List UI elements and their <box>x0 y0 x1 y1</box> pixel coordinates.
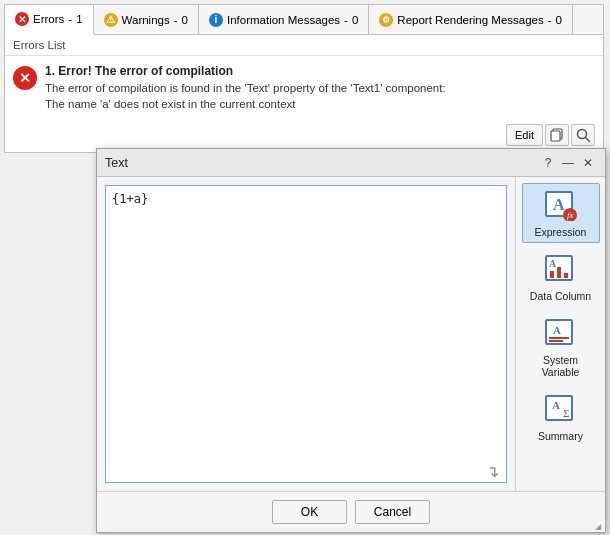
tab-warnings-separator: - <box>174 14 178 26</box>
svg-text:A: A <box>553 196 565 213</box>
tab-errors-label: Errors <box>33 13 64 25</box>
error-icon: ✕ <box>15 12 29 26</box>
close-button[interactable]: ✕ <box>579 154 597 172</box>
search-button[interactable] <box>571 124 595 146</box>
tab-info-separator: - <box>344 14 348 26</box>
system-variable-icon: A <box>543 316 579 352</box>
svg-text:A: A <box>549 258 557 269</box>
cancel-button[interactable]: Cancel <box>355 500 430 524</box>
dialog-footer: OK Cancel <box>97 491 605 532</box>
tab-info-label: Information Messages <box>227 14 340 26</box>
errors-panel: ✕ Errors - 1 ⚠ Warnings - 0 i Informatio… <box>4 4 604 153</box>
svg-rect-1 <box>551 131 560 141</box>
help-button[interactable]: ? <box>539 154 557 172</box>
error-item: ✕ 1. Error! The error of compilation The… <box>5 56 603 120</box>
text-area-panel: {1+a} ↴ <box>97 177 515 491</box>
svg-text:Σ: Σ <box>563 407 569 419</box>
data-column-icon: A <box>543 252 579 288</box>
minimize-button[interactable]: — <box>559 154 577 172</box>
svg-rect-15 <box>549 337 569 339</box>
edit-button[interactable]: Edit <box>506 124 543 146</box>
dialog-title: Text <box>105 156 128 170</box>
text-dialog: Text ? — ✕ {1+a} ↴ A fx <box>96 148 606 533</box>
error-line1: The error of compilation is found in the… <box>45 80 595 96</box>
svg-text:A: A <box>553 324 561 336</box>
expand-icon[interactable]: ↴ <box>486 462 502 478</box>
svg-rect-11 <box>557 267 561 278</box>
copy-button[interactable] <box>545 124 569 146</box>
tab-warnings-label: Warnings <box>122 14 170 26</box>
tab-bar: ✕ Errors - 1 ⚠ Warnings - 0 i Informatio… <box>5 5 603 35</box>
error-line2: The name 'a' does not exist in the curre… <box>45 96 595 112</box>
text-editor[interactable]: {1+a} ↴ <box>105 185 507 483</box>
error-content: 1. Error! The error of compilation The e… <box>45 64 595 112</box>
tab-info-count: 0 <box>352 14 358 26</box>
system-variable-label: System Variable <box>527 354 595 378</box>
error-title: 1. Error! The error of compilation <box>45 64 595 78</box>
expression-icon: A fx <box>543 188 579 224</box>
dialog-controls: ? — ✕ <box>539 154 597 172</box>
tab-errors-separator: - <box>68 13 72 25</box>
sidebar-item-expression[interactable]: A fx Expression <box>522 183 600 243</box>
sidebar-item-system-variable[interactable]: A System Variable <box>522 311 600 383</box>
svg-line-3 <box>585 137 589 141</box>
text-input[interactable]: {1+a} <box>106 186 506 482</box>
svg-rect-12 <box>564 273 568 278</box>
report-icon: ⚙ <box>379 13 393 27</box>
ok-button[interactable]: OK <box>272 500 347 524</box>
svg-rect-16 <box>549 340 563 342</box>
svg-text:A: A <box>552 399 560 411</box>
tab-errors[interactable]: ✕ Errors - 1 <box>5 5 94 35</box>
data-column-label: Data Column <box>530 290 591 302</box>
tab-report-count: 0 <box>556 14 562 26</box>
tab-info[interactable]: i Information Messages - 0 <box>199 5 369 34</box>
svg-text:fx: fx <box>567 210 574 220</box>
tab-report-separator: - <box>548 14 552 26</box>
tab-report[interactable]: ⚙ Report Rendering Messages - 0 <box>369 5 573 34</box>
expression-label: Expression <box>535 226 587 238</box>
info-icon: i <box>209 13 223 27</box>
resize-handle[interactable]: ◢ <box>595 522 605 532</box>
summary-label: Summary <box>538 430 583 442</box>
summary-icon: A Σ <box>543 392 579 428</box>
svg-rect-10 <box>550 271 554 278</box>
tab-warnings-count: 0 <box>182 14 188 26</box>
dialog-titlebar: Text ? — ✕ <box>97 149 605 177</box>
tab-errors-count: 1 <box>76 13 82 25</box>
errors-list-header: Errors List <box>5 35 603 56</box>
warning-icon: ⚠ <box>104 13 118 27</box>
sidebar-item-data-column[interactable]: A Data Column <box>522 247 600 307</box>
sidebar-item-summary[interactable]: A Σ Summary <box>522 387 600 447</box>
error-circle-icon: ✕ <box>13 66 37 90</box>
right-panel: A fx Expression A <box>515 177 605 491</box>
tab-report-label: Report Rendering Messages <box>397 14 543 26</box>
tab-warnings[interactable]: ⚠ Warnings - 0 <box>94 5 199 34</box>
dialog-body: {1+a} ↴ A fx Expression <box>97 177 605 491</box>
